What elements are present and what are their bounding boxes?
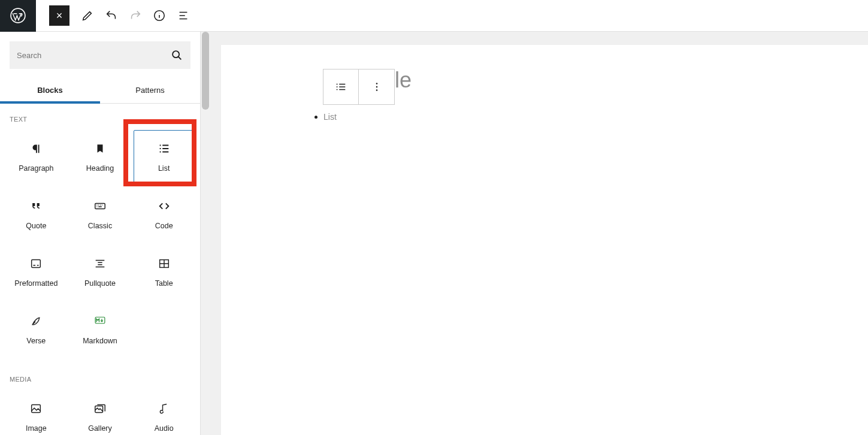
list-icon bbox=[334, 80, 347, 93]
tab-blocks[interactable]: Blocks bbox=[0, 78, 100, 103]
block-pullquote[interactable]: Pullquote bbox=[70, 245, 131, 299]
search-icon bbox=[170, 49, 183, 62]
list-item-placeholder: List bbox=[323, 112, 337, 122]
close-icon: × bbox=[56, 10, 63, 22]
block-verse[interactable]: Verse bbox=[6, 303, 66, 357]
block-toolbar bbox=[323, 69, 395, 105]
close-inserter-button[interactable]: × bbox=[49, 5, 69, 26]
outline-button[interactable] bbox=[173, 5, 194, 26]
inserter-scrollbar[interactable] bbox=[201, 32, 210, 435]
editor-canvas[interactable]: Add title List bbox=[221, 45, 868, 435]
block-code[interactable]: Code bbox=[134, 188, 194, 241]
svg-point-0 bbox=[11, 8, 25, 23]
block-label: List bbox=[158, 164, 170, 173]
block-label: Image bbox=[26, 424, 47, 433]
markdown-icon bbox=[93, 314, 107, 328]
block-classic[interactable]: Classic bbox=[70, 188, 131, 241]
block-label: Preformatted bbox=[14, 279, 58, 288]
main-area: Blocks Patterns TEXT Paragraph Heading bbox=[0, 32, 868, 435]
block-label: Pullquote bbox=[84, 279, 116, 288]
svg-point-9 bbox=[376, 83, 377, 84]
inserter-body: TEXT Paragraph Heading List bbox=[0, 104, 200, 435]
block-heading[interactable]: Heading bbox=[70, 130, 131, 184]
block-label: Audio bbox=[155, 424, 174, 433]
pencil-icon bbox=[81, 9, 94, 22]
pullquote-icon bbox=[93, 256, 107, 271]
tab-patterns[interactable]: Patterns bbox=[100, 78, 200, 103]
block-audio[interactable]: Audio bbox=[134, 390, 194, 435]
bookmark-icon bbox=[93, 141, 107, 156]
svg-point-11 bbox=[376, 89, 377, 91]
block-label: Gallery bbox=[88, 424, 112, 433]
editor-canvas-outer: Add title List bbox=[210, 32, 868, 435]
undo-icon bbox=[105, 9, 118, 22]
list-icon bbox=[157, 141, 171, 156]
block-label: Paragraph bbox=[19, 164, 53, 173]
redo-icon bbox=[129, 9, 142, 22]
search-box[interactable] bbox=[10, 41, 190, 69]
block-label: Quote bbox=[26, 222, 46, 230]
table-icon bbox=[157, 256, 171, 271]
block-quote[interactable]: Quote bbox=[6, 188, 66, 241]
details-button[interactable] bbox=[149, 5, 170, 26]
quote-icon bbox=[29, 199, 43, 213]
scrollbar-thumb[interactable] bbox=[202, 32, 209, 110]
block-paragraph[interactable]: Paragraph bbox=[6, 130, 66, 184]
block-label: Heading bbox=[86, 164, 114, 173]
inserter-panel-wrap: Blocks Patterns TEXT Paragraph Heading bbox=[0, 32, 210, 435]
wordpress-icon bbox=[10, 8, 26, 23]
svg-point-2 bbox=[173, 51, 179, 58]
block-label: Classic bbox=[88, 222, 112, 230]
code-icon bbox=[157, 199, 171, 213]
search-input[interactable] bbox=[17, 51, 170, 60]
paragraph-icon bbox=[29, 141, 43, 156]
top-toolbar: × bbox=[0, 0, 868, 32]
section-text-label: TEXT bbox=[2, 104, 198, 128]
svg-rect-4 bbox=[32, 260, 41, 268]
feather-icon bbox=[29, 314, 43, 328]
info-icon bbox=[153, 9, 166, 22]
block-gallery[interactable]: Gallery bbox=[70, 390, 131, 435]
more-vertical-icon bbox=[370, 80, 383, 93]
block-options-button[interactable] bbox=[359, 70, 394, 104]
block-list[interactable]: List bbox=[134, 130, 194, 184]
keyboard-icon bbox=[93, 199, 107, 213]
gallery-icon bbox=[93, 401, 107, 416]
block-label: Code bbox=[155, 222, 173, 230]
text-block-grid: Paragraph Heading List Quote bbox=[2, 128, 198, 364]
svg-rect-3 bbox=[95, 203, 105, 209]
block-label: Markdown bbox=[83, 337, 117, 345]
svg-rect-7 bbox=[32, 405, 41, 413]
block-inserter-panel: Blocks Patterns TEXT Paragraph Heading bbox=[0, 32, 201, 435]
block-label: Table bbox=[155, 279, 173, 288]
media-block-grid: Image Gallery Audio bbox=[2, 388, 198, 435]
edit-mode-button[interactable] bbox=[77, 5, 98, 26]
search-wrap bbox=[0, 32, 200, 78]
block-image[interactable]: Image bbox=[6, 390, 66, 435]
block-table[interactable]: Table bbox=[134, 245, 194, 299]
wp-logo[interactable] bbox=[0, 0, 36, 32]
outline-icon bbox=[177, 9, 190, 22]
image-icon bbox=[29, 401, 43, 416]
block-type-button[interactable] bbox=[323, 70, 359, 104]
block-label: Verse bbox=[26, 337, 46, 345]
block-markdown[interactable]: Markdown bbox=[70, 303, 131, 357]
undo-button[interactable] bbox=[101, 5, 122, 26]
block-preformatted[interactable]: Preformatted bbox=[6, 245, 66, 299]
list-block-item[interactable]: List bbox=[314, 112, 337, 122]
svg-point-10 bbox=[376, 86, 377, 88]
section-media-label: MEDIA bbox=[2, 364, 198, 388]
preformatted-icon bbox=[29, 256, 43, 271]
inserter-tabs: Blocks Patterns bbox=[0, 78, 200, 104]
music-note-icon bbox=[157, 401, 171, 416]
redo-button[interactable] bbox=[125, 5, 146, 26]
